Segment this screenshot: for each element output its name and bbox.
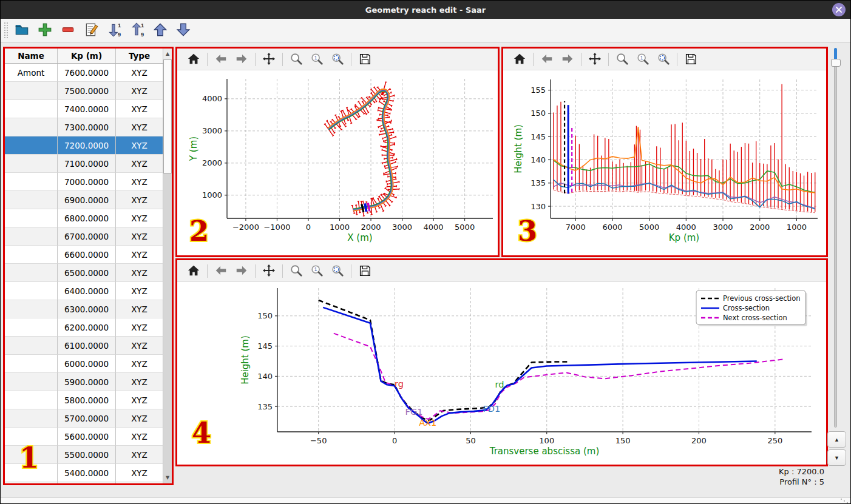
toolbar-drag-handle[interactable] (4, 22, 8, 38)
table-row[interactable]: 6200.0000XYZ (5, 318, 163, 337)
table-row[interactable]: 7500.0000XYZ (5, 82, 163, 100)
slider-handle[interactable] (831, 59, 841, 67)
close-button[interactable] (832, 3, 846, 16)
zoom-icon (290, 264, 303, 277)
zoom-profile-button[interactable]: 1 (635, 52, 651, 67)
scroll-down-button[interactable]: ▼ (163, 472, 172, 483)
save-button[interactable] (357, 52, 373, 67)
table-scrollbar[interactable]: ▲ ▼ (163, 49, 172, 483)
back-button[interactable] (213, 263, 229, 279)
previous-profile-button[interactable]: ▲ (827, 431, 846, 448)
add-profile-button[interactable] (36, 21, 54, 39)
profile-table[interactable]: NameKp (m)TypeAmont7600.0000XYZ7500.0000… (5, 49, 163, 483)
table-row[interactable]: 5800.0000XYZ (5, 391, 163, 409)
cell-name (5, 300, 58, 318)
svg-text:1: 1 (141, 22, 144, 29)
scroll-up-button[interactable]: ▲ (163, 49, 172, 59)
home-button[interactable] (186, 52, 202, 67)
svg-text:6000: 6000 (602, 223, 622, 232)
cell-kp: 6000.0000 (58, 355, 116, 373)
zoom-auto-button[interactable] (330, 52, 345, 67)
table-row[interactable]: 6000.0000XYZ (5, 355, 163, 373)
table-row[interactable]: 7400.0000XYZ (5, 100, 163, 118)
save-button[interactable] (683, 52, 699, 67)
column-header-kp-m[interactable]: Kp (m) (58, 49, 116, 63)
pan-button[interactable] (261, 263, 277, 279)
column-header-name[interactable]: Name (5, 49, 58, 63)
forward-button[interactable] (560, 52, 575, 67)
table-row-selected[interactable]: 7200.0000XYZ (5, 136, 163, 155)
pan-icon (262, 52, 276, 66)
plan-view-panel: 1 −2000−10000100020003000400050001000200… (175, 47, 500, 257)
table-row[interactable]: 5500.0000XYZ (5, 446, 163, 464)
scrollbar-thumb[interactable] (163, 59, 172, 173)
table-row[interactable]: 6100.0000XYZ (5, 337, 163, 355)
plan-view-plot[interactable]: −2000−1000010002000300040005000100020003… (177, 70, 498, 255)
save-icon (358, 264, 371, 277)
table-row[interactable]: Amont7600.0000XYZ (5, 64, 163, 82)
svg-text:250: 250 (767, 436, 782, 445)
move-up-button[interactable] (151, 21, 169, 39)
sort-ascending-icon: 19 (129, 22, 145, 38)
table-row[interactable]: 6900.0000XYZ (5, 191, 163, 209)
move-down-button[interactable] (174, 21, 192, 39)
table-row[interactable]: 5900.0000XYZ (5, 373, 163, 391)
cell-type: XYZ (116, 227, 163, 246)
table-row[interactable]: 6400.0000XYZ (5, 282, 163, 300)
next-profile-button[interactable]: ▼ (827, 449, 846, 466)
zoom-profile-button[interactable]: 1 (309, 263, 325, 279)
table-row[interactable]: 5400.0000XYZ (5, 464, 163, 482)
zoom-profile-button[interactable]: 1 (309, 52, 325, 67)
toolbar-separator (608, 53, 609, 66)
home-button[interactable] (186, 263, 202, 279)
open-folder-button[interactable] (13, 21, 31, 39)
table-row[interactable]: 5700.0000XYZ (5, 409, 163, 428)
forward-button[interactable] (234, 263, 249, 279)
profile-position-slider[interactable] (830, 48, 841, 428)
cross-section-plot[interactable]: −50050100150200250135140145150Transverse… (177, 282, 826, 465)
table-row[interactable]: 6600.0000XYZ (5, 246, 163, 264)
table-row[interactable]: 7100.0000XYZ (5, 155, 163, 173)
cell-kp: 6300.0000 (58, 300, 116, 318)
svg-text:1: 1 (314, 55, 317, 60)
svg-text:1: 1 (640, 55, 643, 60)
back-button[interactable] (213, 52, 229, 67)
sort-descending-button[interactable]: 19 (105, 21, 123, 39)
svg-text:5000: 5000 (639, 223, 659, 232)
table-row[interactable]: 6300.0000XYZ (5, 300, 163, 318)
table-row[interactable] (5, 482, 163, 483)
table-row[interactable]: 6800.0000XYZ (5, 209, 163, 227)
cell-name (5, 428, 58, 446)
zoom-button[interactable] (288, 52, 304, 67)
svg-text:1: 1 (118, 22, 121, 29)
slider-track[interactable] (834, 48, 837, 428)
pan-button[interactable] (261, 52, 277, 67)
table-row[interactable]: 5600.0000XYZ (5, 428, 163, 446)
zoom-auto-button[interactable] (330, 263, 345, 279)
edit-profile-button[interactable] (82, 21, 100, 39)
save-icon (684, 52, 697, 66)
home-button[interactable] (512, 52, 527, 67)
sort-ascending-button[interactable]: 19 (128, 21, 146, 39)
titlebar[interactable]: Geometry reach edit - Saar (1, 1, 850, 19)
back-icon (214, 52, 228, 66)
close-icon (835, 6, 843, 13)
bottom-strip (1, 497, 850, 504)
table-row[interactable]: 7300.0000XYZ (5, 118, 163, 136)
save-button[interactable] (357, 263, 373, 279)
back-button[interactable] (539, 52, 555, 67)
table-row[interactable]: 6700.0000XYZ (5, 227, 163, 246)
pan-button[interactable] (587, 52, 603, 67)
zoom-button[interactable] (614, 52, 630, 67)
remove-profile-button[interactable] (59, 21, 77, 39)
svg-text:5000: 5000 (455, 223, 475, 232)
table-row[interactable]: 6500.0000XYZ (5, 264, 163, 282)
status-profil: Profil N° : 5 (779, 477, 824, 487)
longitudinal-profile-plot[interactable]: 7000600050004000300020001000130135140145… (503, 70, 826, 255)
column-header-type[interactable]: Type (116, 49, 163, 63)
forward-button[interactable] (234, 52, 249, 67)
table-row[interactable]: 7000.0000XYZ (5, 173, 163, 191)
resize-grip[interactable] (840, 498, 849, 504)
zoom-auto-button[interactable] (656, 52, 671, 67)
zoom-button[interactable] (288, 263, 304, 279)
